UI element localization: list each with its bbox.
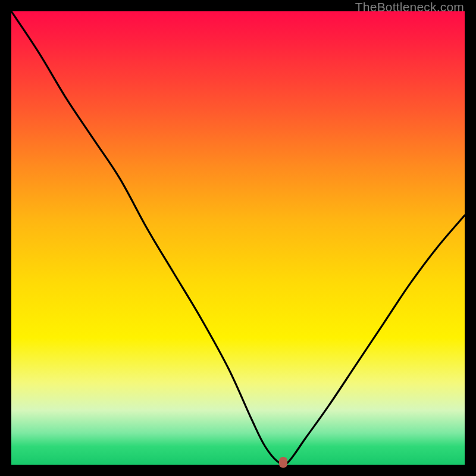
chart-frame: TheBottleneck.com [0,0,476,476]
curve-path [11,11,465,465]
plot-area [11,11,465,465]
watermark-text: TheBottleneck.com [355,0,464,14]
minimum-marker [279,457,287,468]
bottleneck-curve [11,11,465,465]
